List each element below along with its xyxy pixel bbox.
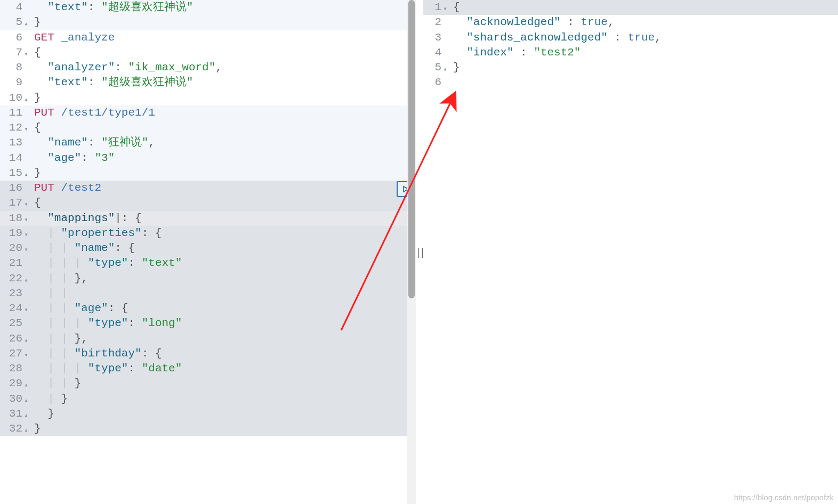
code-text[interactable]: | | }, <box>34 271 416 286</box>
left-code-line[interactable]: 27▾ | | "birthday": { <box>0 346 416 361</box>
gutter: 9 <box>0 75 34 90</box>
left-code-line[interactable]: 13 "name": "狂神说", <box>0 135 416 150</box>
scrollbar-track[interactable] <box>407 0 416 504</box>
code-text[interactable]: | | | "type": "long" <box>34 316 416 331</box>
line-number: 26 <box>6 331 22 346</box>
request-editor-pane[interactable]: 4 "text": "超级喜欢狂神说"5▴}6GET _analyze7▾{8 … <box>0 0 416 504</box>
fold-marker-icon[interactable]: ▾ <box>22 122 30 137</box>
fold-marker-icon[interactable]: ▾ <box>22 227 30 242</box>
left-code-line[interactable]: 23 | | <box>0 286 416 301</box>
code-text[interactable]: | | "birthday": { <box>34 346 416 361</box>
left-code-line[interactable]: 7▾{ <box>0 45 416 60</box>
fold-marker-icon[interactable]: ▴ <box>441 62 449 77</box>
fold-marker-icon[interactable]: ▴ <box>22 423 30 438</box>
code-text[interactable]: { <box>34 120 416 135</box>
code-text[interactable]: "text": "超级喜欢狂神说" <box>34 0 416 15</box>
fold-marker-icon[interactable]: ▾ <box>22 213 30 227</box>
code-text[interactable]: | | <box>34 286 416 301</box>
response-pane[interactable]: 1▾{2 "acknowledged" : true,3 "shards_ack… <box>423 0 838 504</box>
right-code-line[interactable]: 3 "shards_acknowledged" : true, <box>423 30 838 45</box>
fold-marker-icon[interactable]: ▾ <box>22 197 30 212</box>
code-text[interactable]: } <box>453 60 838 75</box>
left-code-line[interactable]: 21 | | | "type": "text" <box>0 256 416 271</box>
code-text[interactable]: "name": "狂神说", <box>34 135 416 150</box>
left-code-line[interactable]: 9 "text": "超级喜欢狂神说" <box>0 75 416 90</box>
fold-marker-icon[interactable]: ▴ <box>22 273 30 288</box>
fold-marker-icon[interactable]: ▾ <box>22 242 30 257</box>
left-code-line[interactable]: 11PUT /test1/type1/1 <box>0 105 416 120</box>
scrollbar-thumb[interactable] <box>408 0 415 298</box>
code-text[interactable]: { <box>34 196 416 210</box>
code-text[interactable]: | | } <box>34 376 416 391</box>
left-code-line[interactable]: 30▴ | } <box>0 392 416 407</box>
left-code-line[interactable]: 17▾{ <box>0 196 416 210</box>
fold-marker-icon[interactable]: ▾ <box>441 2 449 17</box>
code-text[interactable]: } <box>34 166 416 181</box>
code-text[interactable]: | | "name": { <box>34 241 416 256</box>
fold-marker-icon[interactable]: ▴ <box>22 378 30 393</box>
left-code-line[interactable]: 15▴} <box>0 166 416 181</box>
fold-marker-icon[interactable]: ▾ <box>22 348 30 363</box>
fold-marker-icon[interactable]: ▴ <box>22 393 30 408</box>
code-text[interactable]: | | "age": { <box>34 301 416 316</box>
code-text[interactable] <box>453 75 838 90</box>
code-text[interactable]: "index" : "test2" <box>453 45 838 60</box>
code-text[interactable]: } <box>34 15 416 30</box>
code-text[interactable]: { <box>34 45 416 60</box>
code-text[interactable]: | "properties": { <box>34 226 416 241</box>
line-number: 12 <box>6 120 22 135</box>
right-code-line[interactable]: 4 "index" : "test2" <box>423 45 838 60</box>
left-code-line[interactable]: 12▾{ <box>0 120 416 135</box>
code-text[interactable]: | | }, <box>34 331 416 346</box>
left-code-line[interactable]: 28 | | | "type": "date" <box>0 361 416 376</box>
code-text[interactable]: { <box>453 0 838 15</box>
code-text[interactable]: } <box>34 91 416 105</box>
pane-divider[interactable]: || <box>416 0 423 504</box>
left-code-line[interactable]: 29▴ | | } <box>0 376 416 391</box>
code-text[interactable]: PUT /test2 <box>34 181 416 196</box>
left-code-line[interactable]: 8 "analyzer": "ik_max_word", <box>0 60 416 75</box>
code-text[interactable]: "shards_acknowledged" : true, <box>453 30 838 45</box>
code-text[interactable]: GET _analyze <box>34 30 416 45</box>
left-code-line[interactable]: 5▴} <box>0 15 416 30</box>
left-code-line[interactable]: 19▾ | "properties": { <box>0 226 416 241</box>
left-code-line[interactable]: 26▴ | | }, <box>0 331 416 346</box>
left-code-line[interactable]: 10▴} <box>0 91 416 105</box>
code-text[interactable]: "age": "3" <box>34 151 416 166</box>
code-text[interactable]: "text": "超级喜欢狂神说" <box>34 75 416 90</box>
fold-marker-icon[interactable]: ▾ <box>22 47 30 62</box>
gutter: 5▴ <box>423 60 453 75</box>
left-code-line[interactable]: 16PUT /test2 <box>0 181 416 196</box>
fold-marker-icon[interactable]: ▴ <box>22 92 30 107</box>
left-code-line[interactable]: 32▴} <box>0 421 416 436</box>
line-number: 13 <box>6 135 22 150</box>
left-code-line[interactable]: 31▴ } <box>0 407 416 421</box>
right-code-line[interactable]: 1▾{ <box>423 0 838 15</box>
code-text[interactable]: "mappings"|: { <box>34 211 416 226</box>
gutter: 28 <box>0 361 34 376</box>
fold-marker-icon[interactable]: ▴ <box>22 167 30 182</box>
code-text[interactable]: | | | "type": "text" <box>34 256 416 271</box>
code-text[interactable]: } <box>34 407 416 421</box>
fold-marker-icon[interactable]: ▴ <box>22 17 30 31</box>
code-text[interactable]: } <box>34 421 416 436</box>
code-text[interactable]: "acknowledged" : true, <box>453 15 838 30</box>
left-code-line[interactable]: 20▾ | | "name": { <box>0 241 416 256</box>
left-code-line[interactable]: 14 "age": "3" <box>0 151 416 166</box>
left-code-line[interactable]: 22▴ | | }, <box>0 271 416 286</box>
left-code-line[interactable]: 4 "text": "超级喜欢狂神说" <box>0 0 416 15</box>
code-text[interactable]: "analyzer": "ik_max_word", <box>34 60 416 75</box>
left-code-line[interactable]: 25 | | | "type": "long" <box>0 316 416 331</box>
left-code-line[interactable]: 18▾ "mappings"|: { <box>0 211 416 226</box>
fold-marker-icon[interactable]: ▴ <box>22 408 30 423</box>
right-code-line[interactable]: 2 "acknowledged" : true, <box>423 15 838 30</box>
left-code-line[interactable]: 24▾ | | "age": { <box>0 301 416 316</box>
code-text[interactable]: PUT /test1/type1/1 <box>34 105 416 120</box>
right-code-line[interactable]: 6 <box>423 75 838 90</box>
code-text[interactable]: | } <box>34 392 416 407</box>
fold-marker-icon[interactable]: ▾ <box>22 303 30 318</box>
code-text[interactable]: | | | "type": "date" <box>34 361 416 376</box>
fold-marker-icon[interactable]: ▴ <box>22 333 30 348</box>
right-code-line[interactable]: 5▴} <box>423 60 838 75</box>
left-code-line[interactable]: 6GET _analyze <box>0 30 416 45</box>
